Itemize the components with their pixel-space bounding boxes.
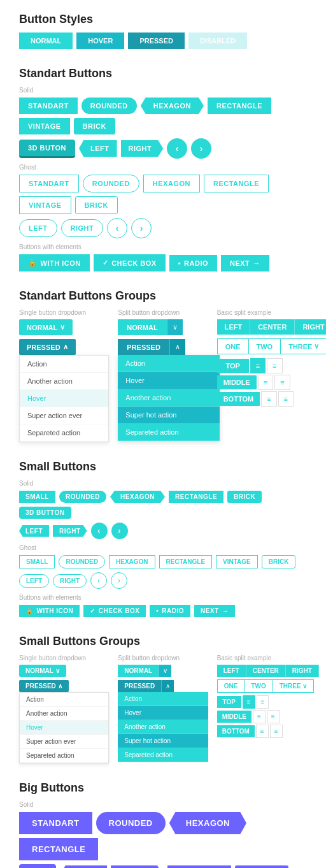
pressed-split-main[interactable]: PRESSED bbox=[118, 339, 169, 355]
ghost-rectangle-btn[interactable]: RECTANGLE bbox=[204, 175, 269, 192]
ghost-chevron-right-btn[interactable]: › bbox=[131, 218, 152, 238]
top-btn[interactable]: TOP bbox=[217, 359, 249, 373]
small-check-box-btn[interactable]: ✓ CHECK BOX bbox=[83, 605, 146, 617]
small-align-icon-3[interactable]: ≡ bbox=[253, 710, 266, 723]
align-icon-4[interactable]: ≡ bbox=[274, 375, 290, 390]
normal-dropdown-btn[interactable]: NORMAL ∨ bbox=[19, 319, 73, 335]
ghost-rounded-btn[interactable]: ROUNDED bbox=[83, 175, 139, 192]
small-center-split[interactable]: CENTER bbox=[246, 665, 286, 677]
center-split-btn[interactable]: CENTER bbox=[250, 319, 295, 335]
small-ghost-right[interactable]: RIGHT bbox=[53, 574, 87, 588]
bottom-btn[interactable]: BOTTOM bbox=[217, 392, 260, 406]
small-next-btn[interactable]: NEXT → bbox=[194, 605, 235, 617]
hover-item[interactable]: Hover bbox=[20, 390, 108, 407]
separeted-action-item[interactable]: Separeted action bbox=[20, 424, 108, 442]
with-icon-btn[interactable]: 🔒 WITH ICON bbox=[19, 254, 90, 271]
ghost-hexagon-btn[interactable]: HEXAGON bbox=[143, 175, 200, 192]
small-split-action[interactable]: Action bbox=[118, 692, 208, 706]
small-align-icon-2[interactable]: ≡ bbox=[257, 695, 269, 709]
small-right-split[interactable]: RIGHT bbox=[286, 665, 319, 677]
hover-button[interactable]: HOVER bbox=[76, 33, 124, 49]
ghost-standart-btn[interactable]: STANDART bbox=[19, 175, 79, 192]
small-pressed-split-main[interactable]: PRESSED bbox=[118, 680, 161, 692]
big-standart-btn[interactable]: STANDART bbox=[19, 812, 92, 834]
align-icon-5[interactable]: ≡ bbox=[261, 391, 276, 407]
ghost-chevron-left-btn[interactable]: ‹ bbox=[107, 218, 127, 238]
two-btn[interactable]: TWO bbox=[248, 338, 281, 354]
check-box-btn[interactable]: ✓ CHECK BOX bbox=[94, 254, 166, 271]
align-icon-active[interactable]: ≡ bbox=[250, 358, 266, 373]
small-super-item[interactable]: Super action ever bbox=[20, 735, 108, 749]
small-chevron-right-btn[interactable]: › bbox=[111, 523, 128, 539]
small-ghost-chevron-right[interactable]: › bbox=[111, 572, 127, 589]
ghost-vintage-btn[interactable]: VINTAGE bbox=[19, 196, 71, 214]
small-ghost-rectangle[interactable]: RECTANGLE bbox=[159, 555, 212, 568]
big-rounded-btn[interactable]: ROUNDED bbox=[96, 812, 166, 834]
pressed-split-arrow[interactable]: ∧ bbox=[169, 339, 185, 355]
small-split-another[interactable]: Another action bbox=[118, 720, 208, 734]
small-chevron-left-btn[interactable]: ‹ bbox=[91, 523, 108, 539]
three-btn[interactable]: THREE ∨ bbox=[280, 338, 326, 354]
small-with-icon-btn[interactable]: 🔒 WITH ICON bbox=[19, 605, 80, 617]
small-rectangle-btn[interactable]: RECTANGLE bbox=[169, 491, 223, 503]
ghost-right-btn[interactable]: RIGHT bbox=[61, 219, 104, 237]
small-left-split[interactable]: LEFT bbox=[217, 665, 246, 677]
next-btn[interactable]: NEXT → bbox=[221, 255, 269, 271]
split-another-item[interactable]: Another action bbox=[118, 389, 220, 407]
hexagon-btn[interactable]: HEXAGON bbox=[141, 98, 204, 114]
small-pressed-dd-btn[interactable]: PRESSED ∧ bbox=[19, 680, 69, 692]
small-normal-split-main[interactable]: NORMAL bbox=[118, 665, 159, 677]
right-btn[interactable]: RIGHT bbox=[121, 140, 164, 157]
another-action-item[interactable]: Another action bbox=[20, 373, 108, 390]
big-right-btn[interactable]: RIGHT bbox=[111, 865, 164, 868]
chevron-left-btn[interactable]: ‹ bbox=[167, 138, 187, 159]
small-align-icon-5[interactable]: ≡ bbox=[256, 725, 269, 738]
small-top-btn[interactable]: TOP bbox=[217, 696, 241, 708]
small-left-btn[interactable]: LEFT bbox=[19, 525, 49, 537]
small-normal-split-arrow[interactable]: ∨ bbox=[159, 665, 171, 677]
small-sep-item[interactable]: Separeted action bbox=[20, 749, 108, 763]
small-normal-dd-btn[interactable]: NORMAL ∨ bbox=[19, 665, 66, 677]
standart-btn[interactable]: STANDART bbox=[19, 98, 78, 114]
small-action-item[interactable]: Action bbox=[20, 693, 108, 707]
small-ghost-hexagon[interactable]: HEXAGON bbox=[109, 555, 155, 568]
small-brick-btn[interactable]: BRICK bbox=[227, 491, 262, 503]
ghost-brick-btn[interactable]: BRICK bbox=[75, 196, 118, 214]
small-pressed-split-arrow[interactable]: ∧ bbox=[161, 680, 174, 692]
small-three-btn[interactable]: THREE ∨ bbox=[273, 679, 314, 693]
small-bottom-btn[interactable]: BOTTOM bbox=[217, 725, 255, 737]
ghost-left-btn[interactable]: LEFT bbox=[19, 219, 57, 237]
super-action-item[interactable]: Super action ever bbox=[20, 407, 108, 424]
middle-btn[interactable]: MIDDLE bbox=[217, 375, 257, 389]
small-3d-btn[interactable]: 3D BUTTON bbox=[19, 507, 71, 519]
small-hexagon-btn[interactable]: HEXAGON bbox=[110, 491, 165, 503]
small-two-btn[interactable]: TWO bbox=[244, 679, 273, 693]
small-ghost-left[interactable]: LEFT bbox=[19, 574, 49, 588]
small-align-icon-active[interactable]: ≡ bbox=[243, 695, 255, 709]
small-ghost-chevron-left[interactable]: ‹ bbox=[90, 572, 107, 589]
small-ghost-brick[interactable]: BRICK bbox=[262, 555, 296, 568]
small-align-icon-6[interactable]: ≡ bbox=[270, 725, 283, 738]
small-ghost-rounded[interactable]: ROUNDED bbox=[59, 555, 105, 568]
pressed-dropdown-btn[interactable]: PRESSED ∧ bbox=[19, 339, 76, 355]
split-sep-item[interactable]: Separeted action bbox=[118, 424, 220, 441]
align-icon-3[interactable]: ≡ bbox=[258, 375, 273, 390]
small-one-btn[interactable]: ONE bbox=[217, 679, 245, 693]
normal-button[interactable]: NORMAL bbox=[19, 33, 73, 49]
rectangle-btn[interactable]: RECTANGLE bbox=[208, 98, 271, 114]
big-vintage-btn[interactable]: VINTAGE bbox=[167, 865, 231, 868]
normal-split-main[interactable]: NORMAL bbox=[118, 319, 166, 335]
align-icon-6[interactable]: ≡ bbox=[278, 391, 294, 407]
small-align-icon-4[interactable]: ≡ bbox=[267, 710, 280, 723]
small-rounded-btn[interactable]: ROUNDED bbox=[59, 491, 106, 503]
action-item[interactable]: Action bbox=[20, 356, 108, 373]
chevron-right-btn[interactable]: › bbox=[191, 138, 211, 159]
small-middle-btn[interactable]: MIDDLE bbox=[217, 711, 252, 723]
left-btn[interactable]: LEFT bbox=[79, 140, 117, 157]
normal-split-arrow[interactable]: ∨ bbox=[167, 319, 183, 335]
small-another-item[interactable]: Another action bbox=[20, 707, 108, 721]
split-action-item[interactable]: Action bbox=[118, 355, 220, 372]
small-split-hover[interactable]: Hover bbox=[118, 706, 208, 720]
vintage-btn[interactable]: VINTAGE bbox=[19, 118, 70, 134]
3d-btn[interactable]: 3D BUTON bbox=[19, 140, 75, 158]
